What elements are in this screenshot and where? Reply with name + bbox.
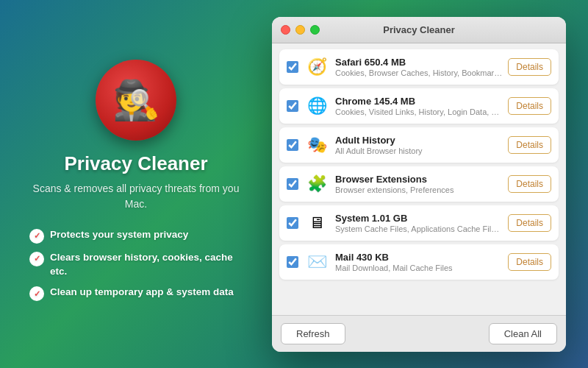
title-adult: Adult History (335, 135, 502, 146)
icon-system: 🖥 (304, 210, 329, 236)
subtitle-chrome: Cookies, Visited Links, History, Login D… (335, 107, 502, 116)
content-area: 🧭 Safari 650.4 MB Cookies, Browser Cache… (272, 43, 566, 315)
row-chrome: 🌐 Chrome 145.4 MB Cookies, Visited Links… (279, 88, 559, 124)
title-safari: Safari 650.4 MB (335, 57, 502, 68)
icon-chrome: 🌐 (304, 93, 329, 118)
row-extensions: 🧩 Browser Extensions Browser extensions,… (279, 166, 559, 202)
refresh-button[interactable]: Refresh (281, 323, 345, 344)
row-system: 🖥 System 1.01 GB System Cache Files, App… (279, 205, 559, 241)
title-chrome: Chrome 145.4 MB (335, 96, 502, 107)
checkbox-chrome[interactable] (287, 100, 298, 112)
checkbox-mail[interactable] (287, 256, 298, 268)
icon-adult: 🎭 (304, 132, 329, 158)
title-mail: Mail 430 KB (335, 252, 502, 263)
subtitle-extensions: Browser extensions, Preferences (335, 185, 502, 194)
close-button[interactable] (281, 25, 290, 35)
row-safari: 🧭 Safari 650.4 MB Cookies, Browser Cache… (279, 49, 559, 85)
checkbox-adult[interactable] (287, 139, 298, 151)
left-panel: 🕵️ Privacy Cleaner Scans & removes all p… (22, 60, 250, 309)
feature-text: Clears browser history, cookies, cache e… (50, 251, 250, 279)
subtitle-mail: Mail Download, Mail Cache Files (335, 263, 502, 272)
minimize-button[interactable] (295, 25, 305, 35)
app-container: 🕵️ Privacy Cleaner Scans & removes all p… (7, 10, 581, 359)
check-icon: ✓ (29, 229, 44, 244)
spy-icon: 🕵️ (112, 81, 160, 119)
features-list: ✓Protects your system privacy✓Clears bro… (22, 228, 250, 309)
checkbox-safari[interactable] (287, 61, 298, 73)
details-button-adult[interactable]: Details (508, 136, 551, 154)
checkbox-system[interactable] (287, 217, 298, 229)
details-button-system[interactable]: Details (508, 214, 551, 232)
app-title: Privacy Cleaner (64, 152, 207, 175)
app-subtitle: Scans & removes all privacy threats from… (22, 181, 250, 212)
feature-item: ✓Protects your system privacy (29, 228, 250, 244)
traffic-lights (281, 25, 320, 35)
check-icon: ✓ (29, 252, 44, 266)
title-system: System 1.01 GB (335, 213, 502, 224)
feature-text: Protects your system privacy (50, 228, 188, 242)
feature-text: Clean up temporary app & system data (50, 286, 234, 300)
text-extensions: Browser Extensions Browser extensions, P… (335, 174, 502, 194)
details-button-chrome[interactable]: Details (508, 97, 551, 115)
text-adult: Adult History All Adult Browser history (335, 135, 502, 155)
text-system: System 1.01 GB System Cache Files, Appli… (335, 213, 502, 233)
titlebar: Privacy Cleaner (272, 17, 566, 43)
app-window: Privacy Cleaner 🧭 Safari 650.4 MB Cookie… (272, 17, 566, 352)
footer: Refresh Clean All (272, 315, 566, 352)
subtitle-adult: All Adult Browser history (335, 146, 502, 155)
text-chrome: Chrome 145.4 MB Cookies, Visited Links, … (335, 96, 502, 116)
row-mail: ✉️ Mail 430 KB Mail Download, Mail Cache… (279, 244, 559, 280)
app-icon: 🕵️ (96, 60, 176, 141)
feature-item: ✓Clears browser history, cookies, cache … (29, 251, 250, 279)
window-title: Privacy Cleaner (383, 24, 455, 35)
checkbox-extensions[interactable] (287, 178, 298, 190)
subtitle-system: System Cache Files, Applications Cache F… (335, 224, 502, 233)
feature-item: ✓Clean up temporary app & system data (29, 286, 250, 301)
icon-safari: 🧭 (304, 54, 329, 79)
text-safari: Safari 650.4 MB Cookies, Browser Caches,… (335, 57, 502, 77)
details-button-extensions[interactable]: Details (508, 175, 551, 193)
title-extensions: Browser Extensions (335, 174, 502, 185)
text-mail: Mail 430 KB Mail Download, Mail Cache Fi… (335, 252, 502, 272)
row-adult: 🎭 Adult History All Adult Browser histor… (279, 127, 559, 163)
icon-extensions: 🧩 (304, 171, 329, 197)
details-button-mail[interactable]: Details (508, 253, 551, 271)
icon-mail: ✉️ (304, 250, 329, 275)
details-button-safari[interactable]: Details (508, 58, 551, 76)
maximize-button[interactable] (310, 25, 320, 35)
check-icon: ✓ (29, 286, 44, 301)
clean-all-button[interactable]: Clean All (489, 323, 557, 344)
subtitle-safari: Cookies, Browser Caches, History, Bookma… (335, 68, 502, 77)
